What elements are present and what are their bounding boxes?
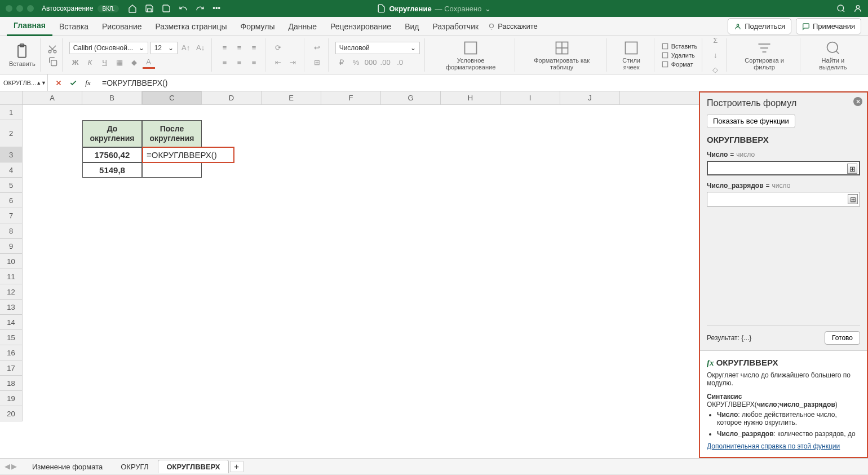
comments-button[interactable]: Примечания xyxy=(796,18,861,34)
tab-home[interactable]: Главная xyxy=(7,16,52,36)
share-top-icon[interactable] xyxy=(853,4,862,13)
merge-icon[interactable]: ⊞ xyxy=(311,56,324,69)
row-header[interactable]: 20 xyxy=(0,406,23,421)
indent-icon[interactable]: ⇥ xyxy=(287,56,299,69)
col-header[interactable]: H xyxy=(441,91,501,104)
row-header[interactable]: 2 xyxy=(0,120,23,147)
tab-data[interactable]: Данные xyxy=(281,17,324,36)
sort-filter-button[interactable]: Сортировка и фильтр xyxy=(733,40,795,71)
col-header[interactable]: G xyxy=(381,91,441,104)
italic-icon[interactable]: К xyxy=(84,56,96,69)
row-header[interactable]: 5 xyxy=(0,178,23,193)
row-header[interactable]: 9 xyxy=(0,239,23,254)
sheet-tab[interactable]: ОКРУГЛ xyxy=(112,460,157,473)
col-header[interactable]: J xyxy=(560,91,620,104)
decimal-inc-icon[interactable]: .00 xyxy=(379,56,392,69)
row-header[interactable]: 8 xyxy=(0,223,23,239)
row-header[interactable]: 17 xyxy=(0,360,23,376)
home-icon[interactable] xyxy=(128,4,137,13)
close-panel-icon[interactable]: ✕ xyxy=(853,97,862,106)
size-select[interactable]: 12⌄ xyxy=(150,42,178,54)
ref-picker-icon[interactable]: ⊞ xyxy=(847,164,857,174)
row-header[interactable]: 4 xyxy=(0,162,23,178)
cancel-formula-icon[interactable] xyxy=(54,78,64,88)
tab-formulas[interactable]: Формулы xyxy=(234,17,282,36)
select-all-corner[interactable] xyxy=(0,91,23,104)
cell-b3[interactable]: 17560,42 xyxy=(82,147,142,162)
fx-icon[interactable]: fx xyxy=(83,78,93,88)
align-center-icon[interactable]: ≡ xyxy=(233,56,246,69)
tab-dev[interactable]: Разработчик xyxy=(426,17,485,36)
save-icon[interactable] xyxy=(145,4,154,13)
row-header[interactable]: 1 xyxy=(0,105,23,120)
sheet-tab[interactable]: ОКРУГЛВВЕРХ xyxy=(158,460,228,473)
col-header[interactable]: D xyxy=(202,91,262,104)
row-header[interactable]: 6 xyxy=(0,193,23,208)
tab-prev-icon[interactable]: ◀ xyxy=(5,462,10,470)
row-header[interactable]: 15 xyxy=(0,330,23,345)
show-all-functions-button[interactable]: Показать все функции xyxy=(707,114,795,128)
fill-down-icon[interactable]: ↓ xyxy=(709,49,721,61)
col-header[interactable]: F xyxy=(321,91,381,104)
row-header[interactable]: 12 xyxy=(0,284,23,300)
undo-icon[interactable] xyxy=(179,4,188,13)
saveas-icon[interactable] xyxy=(162,4,171,13)
shrink-font-icon[interactable]: A↓ xyxy=(194,42,207,54)
row-header[interactable]: 3 xyxy=(0,147,23,162)
more-icon[interactable]: ••• xyxy=(212,4,220,13)
name-box[interactable]: ОКРУГЛВ...▲▼ xyxy=(0,74,48,91)
wrap-icon[interactable]: ↩ xyxy=(311,42,324,54)
accept-formula-icon[interactable] xyxy=(68,78,78,88)
cell-styles-button[interactable]: Стили ячеек xyxy=(614,40,649,71)
tab-next-icon[interactable]: ▶ xyxy=(11,462,17,470)
insert-cells-button[interactable]: Вставить xyxy=(661,42,698,50)
tab-insert[interactable]: Вставка xyxy=(52,17,95,36)
row-header[interactable]: 10 xyxy=(0,254,23,269)
align-mid-icon[interactable]: ≡ xyxy=(233,42,246,54)
row-header[interactable]: 7 xyxy=(0,208,23,223)
outdent-icon[interactable]: ⇤ xyxy=(272,56,285,69)
search-icon[interactable] xyxy=(836,4,845,13)
row-header[interactable]: 18 xyxy=(0,376,23,391)
copy-icon[interactable] xyxy=(47,56,57,67)
tab-draw[interactable]: Рисование xyxy=(95,17,149,36)
align-bot-icon[interactable]: ≡ xyxy=(248,42,260,54)
sum-icon[interactable]: Σ xyxy=(709,34,721,47)
cell-c2[interactable]: После округления xyxy=(142,120,202,147)
tab-layout[interactable]: Разметка страницы xyxy=(149,17,234,36)
help-link[interactable]: Дополнительная справка по этой функции xyxy=(707,442,840,450)
orientation-icon[interactable]: ⟳ xyxy=(272,42,285,54)
align-top-icon[interactable]: ≡ xyxy=(219,42,231,54)
format-cells-button[interactable]: Формат xyxy=(661,60,698,68)
autosave-toggle[interactable]: ВКЛ. xyxy=(98,5,119,12)
sheet-tab[interactable]: Изменение формата xyxy=(24,460,111,473)
fontcolor-icon[interactable]: А xyxy=(143,56,155,69)
format-table-button[interactable]: Форматировать как таблицу xyxy=(522,40,602,71)
redo-icon[interactable] xyxy=(196,4,205,13)
ref-picker-icon[interactable]: ⊞ xyxy=(848,194,858,204)
comma-icon[interactable]: 000 xyxy=(365,56,377,69)
col-header[interactable]: C xyxy=(142,91,202,104)
align-right-icon[interactable]: ≡ xyxy=(248,56,260,69)
bold-icon[interactable]: Ж xyxy=(69,56,82,69)
formula-input[interactable]: =ОКРУГЛВВЕРХ() xyxy=(99,78,868,87)
window-controls[interactable] xyxy=(6,5,34,12)
percent-icon[interactable]: % xyxy=(350,56,362,69)
row-header[interactable]: 11 xyxy=(0,269,23,284)
align-left-icon[interactable]: ≡ xyxy=(219,56,231,69)
digits-input[interactable]: ⊞ xyxy=(707,192,860,206)
add-sheet-button[interactable]: + xyxy=(230,461,243,472)
share-button[interactable]: Поделиться xyxy=(728,18,791,34)
row-header[interactable]: 16 xyxy=(0,345,23,360)
tab-review[interactable]: Рецензирование xyxy=(324,17,398,36)
tab-view[interactable]: Вид xyxy=(398,17,426,36)
cell-b2[interactable]: До округления xyxy=(82,120,142,147)
number-format-select[interactable]: Числовой⌄ xyxy=(335,42,420,54)
col-header[interactable]: I xyxy=(501,91,560,104)
delete-cells-button[interactable]: Удалить xyxy=(661,51,698,59)
underline-icon[interactable]: Ч xyxy=(99,56,111,69)
done-button[interactable]: Готово xyxy=(825,331,860,345)
tell-me[interactable]: Расскажите xyxy=(488,22,538,30)
clear-icon[interactable]: ◇ xyxy=(709,64,721,76)
cell-c4[interactable] xyxy=(142,162,202,178)
